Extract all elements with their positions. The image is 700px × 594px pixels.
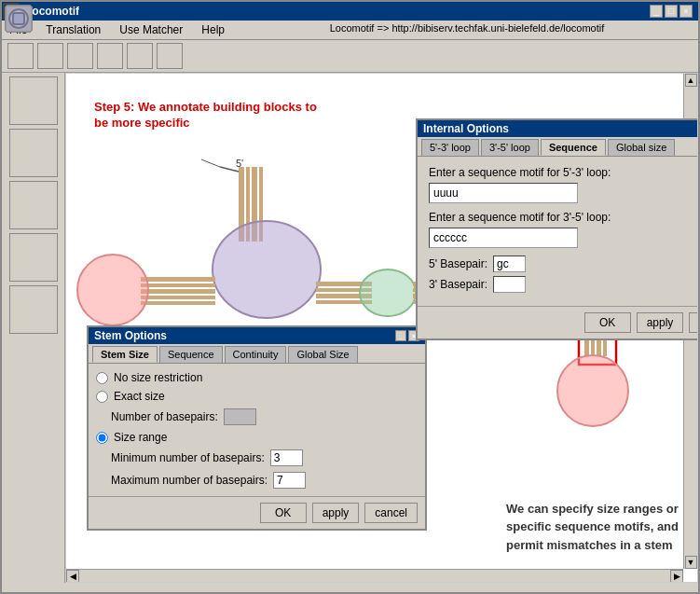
bp3-row: 3' Basepair: bbox=[429, 276, 698, 293]
bp5-row: 5' Basepair: bbox=[429, 256, 698, 272]
stem-options-title: Stem Options bbox=[94, 329, 167, 342]
stem-options-tabs: Stem Size Sequence Continuity Global Siz… bbox=[89, 344, 425, 364]
close-btn[interactable]: × bbox=[679, 5, 693, 18]
main-window: 🚂 Locomotif _ □ × File Translation Use M… bbox=[0, 0, 700, 594]
size-range-row: Size range bbox=[96, 431, 418, 444]
svg-rect-35 bbox=[141, 283, 215, 287]
menu-translation[interactable]: Translation bbox=[42, 22, 104, 37]
tab-stem-continuity[interactable]: Continuity bbox=[225, 346, 287, 363]
basepairs-row: Number of basepairs: bbox=[111, 408, 418, 425]
tab-sequence[interactable]: Sequence bbox=[541, 139, 606, 156]
toolbar-save-as[interactable]: + bbox=[97, 43, 123, 69]
minimize-btn[interactable]: _ bbox=[650, 5, 663, 18]
desc-line3: permit mismatches in a stem bbox=[506, 536, 679, 555]
url-display: Locomotif => http://bibiserv.techfak.uni… bbox=[240, 22, 694, 37]
tab-35-loop[interactable]: 3'-5' loop bbox=[481, 139, 539, 156]
size-options: No size restriction Exact size Number of… bbox=[96, 371, 418, 489]
stem-apply-button[interactable]: apply bbox=[312, 503, 360, 523]
no-restriction-label: No size restriction bbox=[114, 371, 202, 384]
internal-options-title: Internal Options bbox=[423, 122, 509, 135]
toolbar-print[interactable] bbox=[127, 43, 153, 69]
internal-cancel-button[interactable]: cancel bbox=[689, 312, 698, 333]
seq35-section: Enter a sequence motif for 3'-5' loop: bbox=[429, 211, 698, 248]
internal-apply-button[interactable]: apply bbox=[637, 312, 684, 333]
no-restriction-radio[interactable] bbox=[96, 372, 108, 384]
stem-options-minimize[interactable]: _ bbox=[395, 330, 406, 341]
sidebar-item-arrow[interactable] bbox=[9, 181, 58, 229]
tab-53-loop[interactable]: 5'-3' loop bbox=[421, 139, 479, 156]
seq53-input[interactable] bbox=[429, 183, 578, 203]
stem-ok-button[interactable]: OK bbox=[260, 503, 307, 523]
seq35-input[interactable] bbox=[429, 228, 578, 248]
scroll-right-btn[interactable]: ▶ bbox=[670, 570, 683, 583]
internal-options-body: Enter a sequence motif for 5'-3' loop: E… bbox=[418, 157, 698, 306]
svg-point-39 bbox=[77, 255, 148, 325]
svg-rect-36 bbox=[141, 289, 215, 294]
tab-stem-globalsize[interactable]: Global Size bbox=[288, 346, 357, 363]
bp3-input[interactable] bbox=[493, 276, 526, 293]
svg-point-57 bbox=[557, 355, 628, 426]
toolbar-new[interactable] bbox=[7, 43, 34, 69]
canvas-description: We can specify size ranges or specific s… bbox=[506, 500, 679, 555]
internal-options-dialog: Internal Options _ × 5'-3' loop 3'-5' lo… bbox=[416, 118, 698, 340]
max-bp-row: Maximum number of basepairs: bbox=[111, 472, 418, 489]
scroll-down-btn[interactable]: ▼ bbox=[685, 556, 697, 569]
internal-options-buttons: OK apply cancel bbox=[418, 306, 698, 338]
desc-line1: We can specify size ranges or bbox=[506, 500, 679, 518]
scroll-left-btn[interactable]: ◀ bbox=[66, 570, 79, 583]
svg-rect-38 bbox=[141, 301, 215, 305]
svg-point-33 bbox=[213, 221, 321, 318]
min-bp-row: Minimum number of basepairs: bbox=[111, 449, 418, 466]
stem-options-buttons: OK apply cancel bbox=[89, 496, 425, 529]
tab-stem-sequence[interactable]: Sequence bbox=[159, 346, 223, 363]
scroll-up-btn[interactable]: ▲ bbox=[685, 74, 697, 87]
title-bar: 🚂 Locomotif _ □ × bbox=[2, 2, 698, 21]
size-range-radio[interactable] bbox=[96, 432, 108, 444]
maximize-btn[interactable]: □ bbox=[665, 5, 678, 18]
svg-rect-28 bbox=[13, 13, 24, 24]
basepairs-input[interactable] bbox=[224, 408, 256, 425]
internal-content: Enter a sequence motif for 5'-3' loop: E… bbox=[418, 157, 698, 306]
exact-size-radio[interactable] bbox=[96, 391, 108, 403]
internal-options-titlebar: Internal Options _ × bbox=[418, 120, 698, 137]
sidebar-item-component[interactable] bbox=[9, 233, 58, 282]
sidebar bbox=[2, 73, 65, 583]
stem-options-titlebar: Stem Options _ × bbox=[89, 327, 425, 344]
basepairs-label: Number of basepairs: bbox=[111, 410, 218, 423]
toolbar-refresh[interactable] bbox=[157, 43, 183, 69]
max-bp-label: Maximum number of basepairs: bbox=[111, 474, 268, 487]
exact-size-label: Exact size bbox=[114, 390, 165, 403]
desc-line2: specific sequence motifs, and bbox=[506, 518, 679, 536]
bp3-label: 3' Basepair: bbox=[429, 278, 487, 291]
internal-ok-button[interactable]: OK bbox=[584, 312, 631, 333]
tab-stem-size[interactable]: Stem Size bbox=[92, 346, 158, 363]
main-canvas: Step 5: We annotate building blocks to b… bbox=[65, 73, 698, 583]
stem-options-dialog: Stem Options _ × Stem Size Sequence Cont… bbox=[87, 325, 427, 531]
svg-rect-37 bbox=[141, 296, 215, 299]
sidebar-item-circle[interactable] bbox=[9, 129, 58, 177]
svg-line-59 bbox=[201, 159, 220, 167]
sidebar-item-ladder[interactable] bbox=[9, 76, 58, 125]
bp5-input[interactable] bbox=[493, 256, 526, 272]
bp5-label: 5' Basepair: bbox=[429, 257, 487, 270]
menu-help[interactable]: Help bbox=[198, 22, 228, 37]
min-bp-label: Minimum number of basepairs: bbox=[111, 451, 265, 464]
seq53-label: Enter a sequence motif for 5'-3' loop: bbox=[429, 166, 698, 179]
svg-rect-34 bbox=[141, 277, 215, 282]
no-restriction-row: No size restriction bbox=[96, 371, 418, 384]
size-range-label: Size range bbox=[114, 431, 167, 444]
svg-point-44 bbox=[360, 269, 416, 316]
stem-cancel-button[interactable]: cancel bbox=[364, 503, 418, 523]
internal-options-tabs: 5'-3' loop 3'-5' loop Sequence Global si… bbox=[418, 137, 698, 157]
toolbar-save[interactable] bbox=[67, 43, 93, 69]
menu-bar: File Translation Use Matcher Help Locomo… bbox=[2, 21, 698, 40]
toolbar-open[interactable] bbox=[37, 43, 63, 69]
tab-global-size[interactable]: Global size bbox=[608, 139, 675, 156]
seq53-section: Enter a sequence motif for 5'-3' loop: bbox=[429, 166, 698, 203]
content-area: Step 5: We annotate building blocks to b… bbox=[2, 73, 698, 583]
min-bp-input[interactable] bbox=[270, 449, 303, 466]
max-bp-input[interactable] bbox=[273, 472, 306, 489]
menu-use-matcher[interactable]: Use Matcher bbox=[116, 22, 186, 37]
sidebar-item-module[interactable] bbox=[9, 285, 58, 334]
h-scrollbar[interactable]: ◀ ▶ bbox=[66, 569, 683, 582]
